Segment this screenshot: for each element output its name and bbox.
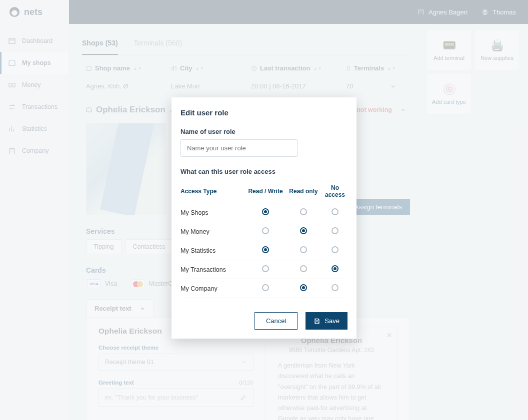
role-name-input[interactable] xyxy=(180,139,298,157)
field-label: Name of user role xyxy=(180,128,348,135)
permission-row: My Money xyxy=(180,222,348,241)
radio-no[interactable] xyxy=(332,227,338,234)
radio-ro[interactable] xyxy=(300,208,307,215)
permissions-header: Access Type Read / Write Read only No ac… xyxy=(180,179,348,203)
radio-no[interactable] xyxy=(332,208,338,215)
radio-ro[interactable] xyxy=(300,265,307,272)
save-button[interactable]: Save xyxy=(306,312,348,330)
perm-label: My Statistics xyxy=(180,247,246,254)
perm-label: My Company xyxy=(180,285,246,292)
radio-rw[interactable] xyxy=(262,208,269,215)
edit-user-role-modal: Edit user role Name of user role What ca… xyxy=(172,97,356,339)
modal-title: Edit user role xyxy=(180,108,348,117)
radio-rw[interactable] xyxy=(262,246,269,253)
radio-ro[interactable] xyxy=(300,227,307,234)
radio-no[interactable] xyxy=(332,265,338,272)
cancel-button[interactable]: Cancel xyxy=(254,312,298,330)
radio-no[interactable] xyxy=(332,246,338,253)
radio-no[interactable] xyxy=(332,284,338,291)
permission-row: My Transactions xyxy=(180,260,348,279)
radio-ro[interactable] xyxy=(300,246,307,253)
permission-row: My Shops xyxy=(180,203,348,222)
modal-actions: Cancel Save xyxy=(180,312,348,330)
permission-row: My Statistics xyxy=(180,241,348,260)
radio-rw[interactable] xyxy=(262,284,269,291)
permission-row: My Company xyxy=(180,279,348,298)
section-label: What can this user role access xyxy=(180,168,348,175)
perm-label: My Money xyxy=(180,228,246,235)
perm-label: My Shops xyxy=(180,209,246,216)
radio-ro[interactable] xyxy=(300,284,307,291)
perm-label: My Transactions xyxy=(180,266,246,273)
radio-rw[interactable] xyxy=(262,265,269,272)
radio-rw[interactable] xyxy=(262,227,269,234)
save-icon xyxy=(314,318,320,325)
